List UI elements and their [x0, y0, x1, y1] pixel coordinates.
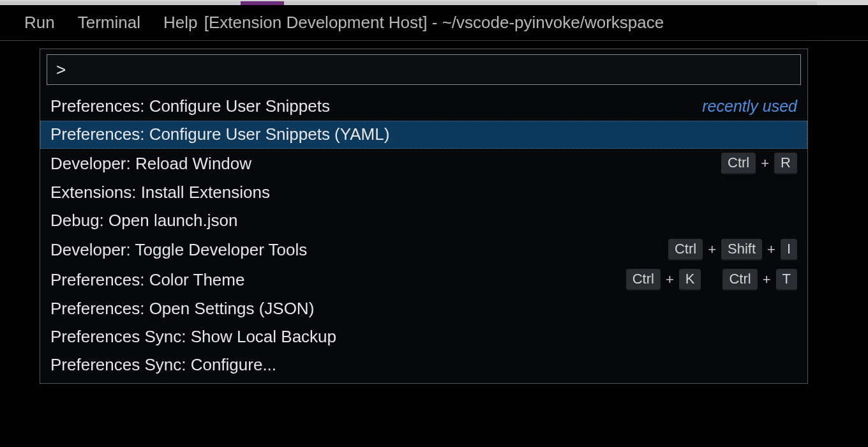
keybind-key: I	[781, 239, 797, 261]
command-input[interactable]	[47, 54, 801, 85]
command-item[interactable]: Developer: Toggle Developer ToolsCtrl+Sh…	[40, 235, 807, 265]
keybind-key: Ctrl	[626, 269, 661, 291]
menu-terminal[interactable]: Terminal	[66, 9, 152, 36]
command-item-right: Ctrl+Shift+I	[668, 239, 797, 261]
keybind-plus: +	[707, 241, 717, 258]
command-item-label: Preferences: Configure User Snippets	[50, 96, 330, 116]
keybind-key: Shift	[721, 239, 762, 261]
keybind-key: K	[679, 269, 701, 291]
command-item-right: recently used	[702, 97, 797, 116]
keybind-plus: +	[761, 271, 772, 288]
window-chrome-top	[0, 0, 868, 5]
keybind-plus: +	[664, 271, 675, 288]
keybind: Ctrl+T	[722, 269, 797, 291]
command-item[interactable]: Preferences Sync: Configure...	[40, 351, 807, 379]
command-palette: Preferences: Configure User Snippetsrece…	[40, 49, 808, 384]
keybind-plus: +	[760, 155, 770, 172]
keybind: Ctrl+Shift+I	[668, 239, 797, 261]
command-item[interactable]: Extensions: Install Extensions	[40, 179, 807, 207]
command-list: Preferences: Configure User Snippetsrece…	[40, 90, 807, 383]
keybind-key: Ctrl	[722, 269, 757, 291]
keybind-key: Ctrl	[668, 239, 703, 261]
command-item-label: Debug: Open launch.json	[50, 211, 237, 231]
menubar: Run Terminal Help [Extension Development…	[0, 5, 868, 41]
command-item-label: Extensions: Install Extensions	[50, 183, 270, 202]
command-item[interactable]: Preferences: Configure User Snippetsrece…	[40, 93, 807, 121]
command-item-label: Developer: Reload Window	[50, 154, 251, 174]
menu-run[interactable]: Run	[13, 9, 66, 36]
command-item[interactable]: Debug: Open launch.json	[40, 207, 807, 235]
command-item[interactable]: Preferences: Color ThemeCtrl+KCtrl+T	[40, 265, 807, 295]
keybind-key: T	[776, 269, 797, 291]
command-item-label: Preferences: Configure User Snippets (YA…	[50, 125, 389, 144]
keybind-key: Ctrl	[721, 153, 756, 174]
command-item-right: Ctrl+R	[721, 153, 797, 174]
keybind-key: R	[774, 153, 797, 174]
command-item[interactable]: Developer: Reload WindowCtrl+R	[40, 149, 807, 179]
keybind: Ctrl+R	[721, 153, 797, 174]
recently-used-label: recently used	[702, 97, 797, 116]
command-item[interactable]: Preferences: Open Settings (JSON)	[40, 295, 807, 323]
window-title: [Extension Development Host] - ~/vscode-…	[204, 13, 664, 33]
command-item-label: Preferences Sync: Configure...	[50, 355, 276, 375]
command-item-label: Developer: Toggle Developer Tools	[50, 240, 307, 260]
command-item-label: Preferences: Open Settings (JSON)	[50, 299, 314, 319]
command-item-right: Ctrl+KCtrl+T	[626, 269, 797, 291]
command-item[interactable]: Preferences Sync: Show Local Backup	[40, 323, 807, 351]
command-item-label: Preferences Sync: Show Local Backup	[50, 327, 336, 347]
command-item[interactable]: Preferences: Configure User Snippets (YA…	[40, 121, 807, 149]
menu-help[interactable]: Help	[152, 9, 209, 36]
command-input-wrap	[40, 49, 807, 90]
keybind-plus: +	[766, 241, 777, 258]
command-item-label: Preferences: Color Theme	[50, 270, 244, 290]
keybind: Ctrl+K	[626, 269, 701, 291]
